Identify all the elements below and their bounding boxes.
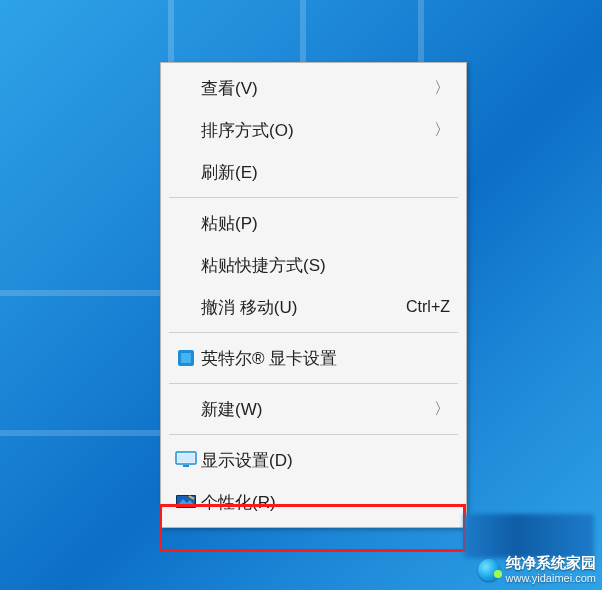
menu-item-refresh[interactable]: 刷新(E) bbox=[161, 151, 466, 193]
menu-item-label: 新建(W) bbox=[201, 398, 426, 421]
menu-item-label: 撤消 移动(U) bbox=[201, 296, 398, 319]
intel-icon bbox=[171, 348, 201, 368]
watermark-text: 纯净系统家园 www.yidaimei.com bbox=[506, 555, 596, 584]
menu-item-personalize[interactable]: 个性化(R) bbox=[161, 481, 466, 523]
monitor-icon bbox=[171, 451, 201, 469]
chevron-right-icon: 〉 bbox=[426, 78, 450, 99]
menu-item-label: 显示设置(D) bbox=[201, 449, 450, 472]
menu-item-label: 刷新(E) bbox=[201, 161, 450, 184]
menu-separator bbox=[169, 434, 458, 435]
light-ray bbox=[0, 290, 160, 296]
menu-item-label: 排序方式(O) bbox=[201, 119, 426, 142]
menu-separator bbox=[169, 383, 458, 384]
menu-item-sort[interactable]: 排序方式(O) 〉 bbox=[161, 109, 466, 151]
light-ray bbox=[418, 0, 424, 70]
redaction-patch bbox=[464, 514, 594, 558]
personalize-icon bbox=[171, 493, 201, 511]
menu-item-display-settings[interactable]: 显示设置(D) bbox=[161, 439, 466, 481]
svg-rect-3 bbox=[178, 454, 195, 463]
svg-rect-1 bbox=[181, 353, 191, 363]
watermark-brand: 纯净系统家园 bbox=[506, 555, 596, 572]
menu-item-shortcut: Ctrl+Z bbox=[398, 298, 450, 316]
menu-item-label: 粘贴(P) bbox=[201, 212, 450, 235]
watermark-url: www.yidaimei.com bbox=[506, 572, 596, 584]
menu-item-label: 英特尔® 显卡设置 bbox=[201, 347, 450, 370]
menu-item-paste-shortcut[interactable]: 粘贴快捷方式(S) bbox=[161, 244, 466, 286]
chevron-right-icon: 〉 bbox=[426, 399, 450, 420]
menu-item-label: 粘贴快捷方式(S) bbox=[201, 254, 450, 277]
watermark-logo-icon bbox=[478, 559, 500, 581]
chevron-right-icon: 〉 bbox=[426, 120, 450, 141]
light-ray bbox=[0, 430, 160, 436]
desktop-context-menu: 查看(V) 〉 排序方式(O) 〉 刷新(E) 粘贴(P) 粘贴快捷方式(S) … bbox=[160, 62, 467, 528]
menu-item-paste[interactable]: 粘贴(P) bbox=[161, 202, 466, 244]
menu-separator bbox=[169, 197, 458, 198]
menu-item-label: 查看(V) bbox=[201, 77, 426, 100]
light-ray bbox=[168, 0, 174, 70]
light-ray bbox=[300, 0, 306, 70]
menu-item-undo-move[interactable]: 撤消 移动(U) Ctrl+Z bbox=[161, 286, 466, 328]
watermark: 纯净系统家园 www.yidaimei.com bbox=[478, 555, 596, 584]
svg-rect-4 bbox=[183, 465, 189, 467]
menu-item-label: 个性化(R) bbox=[201, 491, 450, 514]
desktop-background[interactable]: 查看(V) 〉 排序方式(O) 〉 刷新(E) 粘贴(P) 粘贴快捷方式(S) … bbox=[0, 0, 602, 590]
menu-item-new[interactable]: 新建(W) 〉 bbox=[161, 388, 466, 430]
menu-separator bbox=[169, 332, 458, 333]
menu-item-view[interactable]: 查看(V) 〉 bbox=[161, 67, 466, 109]
menu-item-intel-graphics[interactable]: 英特尔® 显卡设置 bbox=[161, 337, 466, 379]
